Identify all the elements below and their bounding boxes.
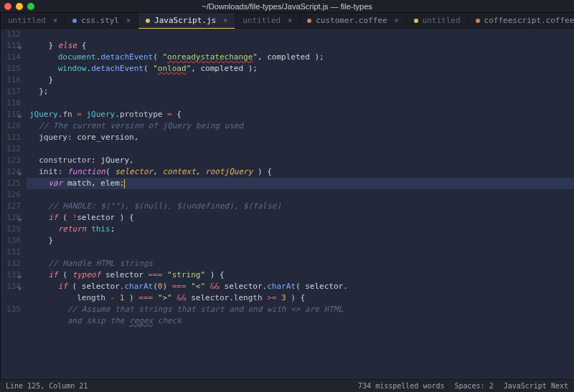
code-line[interactable]: // Handle HTML strings <box>27 258 574 269</box>
line-number: 127 <box>1 201 21 212</box>
tab-dot-icon <box>307 19 311 23</box>
code-line[interactable]: if ( typeof selector === "string" ) { <box>27 269 574 281</box>
statusbar: Line 125, Column 21 734 misspelled words… <box>0 379 574 392</box>
tab-label: coffeescript.coffee <box>484 16 574 25</box>
line-number: 121 <box>1 132 21 143</box>
editor: untitled×css.styl×JavaScript.js×untitled… <box>1 13 574 379</box>
code-line[interactable] <box>27 97 574 109</box>
code[interactable]: } else { document.detachEvent( "onreadys… <box>27 29 574 379</box>
line-number: 130 <box>1 235 21 247</box>
code-line[interactable]: constructor: jQuery, <box>27 155 574 166</box>
status-spell[interactable]: 734 misspelled words <box>358 382 444 390</box>
line-number: 128 <box>1 212 21 224</box>
code-line[interactable] <box>27 189 574 201</box>
code-line[interactable]: if ( selector.charAt(0) === "<" && selec… <box>27 281 574 292</box>
line-number: 134 <box>1 281 21 292</box>
code-line[interactable]: } else { <box>27 40 574 52</box>
tab-label: customer.coffee <box>316 16 387 25</box>
code-line[interactable]: // The current version of jQuery being u… <box>27 120 574 132</box>
code-line[interactable]: jQuery.fn = jQuery.prototype = { <box>27 109 574 120</box>
line-number: 126 <box>1 189 21 201</box>
window-title: ~/Downloads/file-types/JavaScript.js — f… <box>0 2 574 11</box>
tabs: untitled×css.styl×JavaScript.js×untitled… <box>1 13 574 29</box>
close-tab-icon[interactable]: × <box>288 16 292 24</box>
tab-dot-icon <box>146 19 150 23</box>
line-number: 123 <box>1 155 21 166</box>
code-line[interactable] <box>27 247 574 258</box>
status-cursor-position: Line 125, Column 21 <box>6 382 88 390</box>
code-line[interactable]: // HANDLE: $(""), $(null), $(undefined),… <box>27 201 574 212</box>
tab[interactable]: untitled× <box>235 13 300 28</box>
code-line[interactable]: length - 1 ) === ">" && selector.length … <box>27 292 574 304</box>
line-number: 112 <box>1 29 21 40</box>
code-line[interactable]: window.detachEvent( "onload", completed … <box>27 63 574 75</box>
code-line[interactable]: return this; <box>27 224 574 235</box>
gutter: 1121131141151161171181191201211221231241… <box>1 29 27 379</box>
status-indentation[interactable]: Spaces: 2 <box>455 382 494 390</box>
tab-label: untitled <box>423 16 461 25</box>
line-number: 124 <box>1 166 21 178</box>
line-number: 115 <box>1 63 21 75</box>
tab[interactable]: css.styl× <box>65 13 138 28</box>
line-number <box>1 315 21 327</box>
code-line[interactable] <box>27 29 574 40</box>
code-line[interactable] <box>27 143 574 155</box>
tab-label: untitled <box>8 16 46 25</box>
tab-dot-icon <box>476 19 480 23</box>
close-tab-icon[interactable]: × <box>223 16 227 24</box>
line-number: 119 <box>1 109 21 120</box>
tab[interactable]: customer.coffee× <box>300 13 406 28</box>
code-line[interactable]: var match, elem; <box>27 178 574 189</box>
code-area[interactable]: 1121131141151161171181191201211221231241… <box>1 29 574 379</box>
tab-dot-icon <box>414 19 418 23</box>
line-number: 122 <box>1 143 21 155</box>
line-number: 135 <box>1 304 21 315</box>
code-line[interactable]: and skip the regex check <box>27 315 574 327</box>
code-line[interactable]: // Assume that strings that start and en… <box>27 304 574 315</box>
code-line[interactable]: } <box>27 235 574 247</box>
line-number: 120 <box>1 120 21 132</box>
tab[interactable]: untitled× <box>1 13 65 28</box>
line-number: 116 <box>1 75 21 86</box>
line-number: 118 <box>1 97 21 109</box>
window-titlebar: ~/Downloads/file-types/JavaScript.js — f… <box>0 0 574 13</box>
code-line[interactable]: init: function( selector, context, rootj… <box>27 166 574 178</box>
tab-dot-icon <box>72 19 77 23</box>
tab[interactable]: JavaScript.js× <box>138 13 235 29</box>
tab-label: css.styl <box>81 16 119 25</box>
line-number: 131 <box>1 247 21 258</box>
close-tab-icon[interactable]: × <box>395 16 399 24</box>
code-line[interactable]: }; <box>27 86 574 97</box>
close-tab-icon[interactable]: × <box>53 16 57 24</box>
line-number <box>1 292 21 304</box>
tab[interactable]: untitled <box>407 13 469 28</box>
code-line[interactable]: if ( !selector ) { <box>27 212 574 224</box>
line-number: 133 <box>1 269 21 281</box>
line-number: 125 <box>1 178 21 189</box>
tab-label: untitled <box>243 16 281 25</box>
code-line[interactable]: jquery: core_version, <box>27 132 574 143</box>
line-number: 129 <box>1 224 21 235</box>
line-number: 132 <box>1 258 21 269</box>
line-number: 114 <box>1 52 21 63</box>
code-line[interactable]: } <box>27 75 574 86</box>
status-syntax[interactable]: JavaScript Next <box>504 382 568 390</box>
line-number: 113 <box>1 40 21 52</box>
code-line[interactable]: document.detachEvent( "onreadystatechang… <box>27 52 574 63</box>
close-tab-icon[interactable]: × <box>126 16 131 24</box>
tab-label: JavaScript.js <box>154 16 216 25</box>
tab[interactable]: coffeescript.coffee <box>469 13 574 28</box>
line-number: 117 <box>1 86 21 97</box>
